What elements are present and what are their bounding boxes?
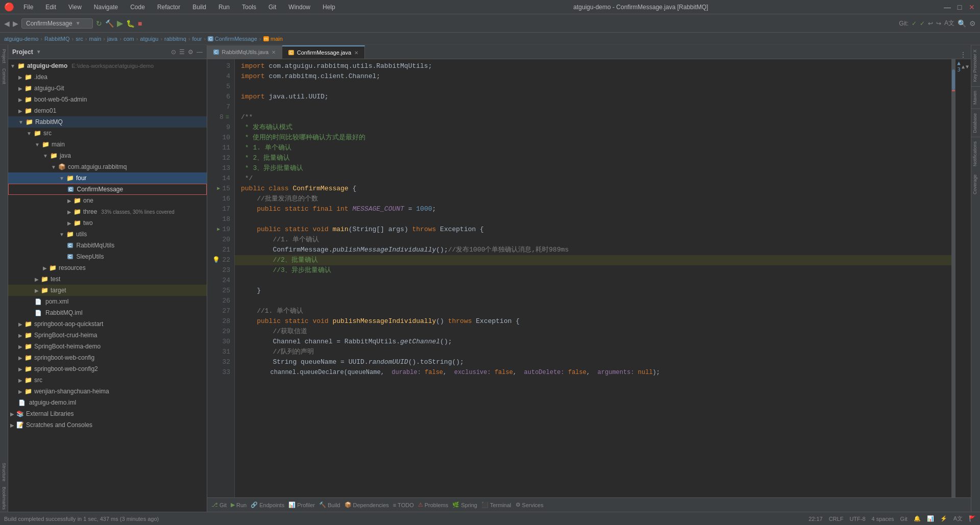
menu-run[interactable]: Run (215, 3, 233, 12)
tab-confirmmessage[interactable]: C ConfirmMessage.java ✕ (282, 45, 365, 59)
tree-confirm-message[interactable]: C ConfirmMessage (8, 184, 207, 195)
refresh-icon[interactable]: ↻ (96, 19, 102, 28)
tree-wenjian[interactable]: ▶ 📁 wenjian-shangchuan-heima (8, 386, 207, 397)
maven-tab[interactable]: Maven (971, 86, 980, 109)
tree-package[interactable]: ▼ 📦 com.atguigu.rabbitmq (8, 161, 207, 172)
code-content[interactable]: import com.atguigu.rabbitmq.utils.Rabbit… (235, 59, 951, 497)
structure-icon[interactable]: Structure (1, 461, 7, 484)
breadcrumb-rabbitmq2[interactable]: rabbitmq (164, 36, 186, 42)
tree-sleeputils[interactable]: C SleepUtils (8, 251, 207, 262)
run-icon[interactable]: ▶ (117, 18, 123, 28)
maximize-button[interactable]: □ (955, 3, 964, 11)
tree-four[interactable]: ▼ 📁 four (8, 172, 207, 184)
notifications-tab[interactable]: Notifications (971, 137, 980, 170)
spring-tab[interactable]: 🌿 Spring (452, 502, 477, 508)
tree-test[interactable]: ▶ 📁 test (8, 273, 207, 285)
bookmarks-icon[interactable]: Bookmarks (1, 485, 7, 512)
endpoints-tab[interactable]: 🔗 Endpoints (251, 502, 284, 508)
tree-idea[interactable]: ▶ 📁 .idea (8, 71, 207, 83)
breadcrumb-main[interactable]: main (89, 36, 102, 42)
tree-root[interactable]: ▼ 📁 atguigu-demo E:\idea-workspace\atgui… (8, 60, 207, 71)
git-undo-icon[interactable]: ↩ (928, 20, 933, 27)
tree-heima-demo[interactable]: ▶ 📁 SpringBoot-heima-demo (8, 341, 207, 352)
breadcrumb-rabbitmq[interactable]: RabbitMQ (44, 36, 70, 42)
commit-icon[interactable]: Commit (1, 66, 7, 86)
key-promoter-tab[interactable]: Key Promoter X (971, 45, 980, 86)
menu-edit[interactable]: Edit (42, 3, 59, 12)
tree-src2[interactable]: ▶ 📁 src (8, 374, 207, 386)
tree-atguigu-git[interactable]: ▶ 📁 atguigu-Git (8, 83, 207, 94)
tree-pom[interactable]: 📄 pom.xml (8, 296, 207, 307)
run-tab[interactable]: ▶ Run (231, 502, 247, 508)
tree-main[interactable]: ▼ 📁 main (8, 139, 207, 150)
minimize-button[interactable]: — (943, 3, 951, 11)
tree-crud[interactable]: ▶ 📁 SpringBoot-crud-heima (8, 330, 207, 341)
menu-view[interactable]: View (65, 3, 85, 12)
project-panel-icon[interactable]: Project (1, 47, 7, 65)
tree-web-config2[interactable]: ▶ 📁 springboot-web-config2 (8, 363, 207, 374)
menu-help[interactable]: Help (320, 3, 338, 12)
collapse-all-icon[interactable]: ☰ (179, 48, 185, 56)
scroll-thumb[interactable] (952, 69, 955, 90)
problems-tab[interactable]: ⚠ Problems (418, 502, 448, 508)
line-ending-indicator[interactable]: CRLF (829, 516, 844, 522)
tree-resources[interactable]: ▶ 📁 resources (8, 262, 207, 273)
terminal-tab[interactable]: ⬛ Terminal (481, 502, 511, 508)
indent-indicator[interactable]: 4 spaces (872, 516, 894, 522)
breadcrumb-com[interactable]: com (124, 36, 134, 42)
vcs-indicator[interactable]: Git (900, 516, 908, 522)
build-icon[interactable]: 🔨 (105, 19, 114, 28)
toolbar-forward[interactable]: ▶ (13, 19, 18, 28)
translate-icon[interactable]: A文 (944, 19, 954, 28)
run-config-dropdown[interactable]: ConfirmMessage ▼ (21, 18, 93, 29)
breadcrumb-java[interactable]: java (107, 36, 117, 42)
menu-build[interactable]: Build (189, 3, 209, 12)
tree-aop[interactable]: ▶ 📁 springboot-aop-quickstart (8, 318, 207, 330)
breadcrumb-main-method[interactable]: m main (263, 36, 283, 42)
gear-icon[interactable]: ⚙ (188, 48, 193, 56)
dependencies-tab[interactable]: 📦 Dependencies (345, 502, 389, 508)
scope-icon[interactable]: ⊙ (171, 48, 176, 56)
stop-icon[interactable]: ■ (138, 19, 142, 28)
tree-java[interactable]: ▼ 📁 java (8, 150, 207, 161)
menu-tools[interactable]: Tools (239, 3, 259, 12)
coverage-tab[interactable]: Coverage (971, 170, 980, 198)
database-tab[interactable]: Database (971, 109, 980, 137)
tree-src[interactable]: ▼ 📁 src (8, 128, 207, 139)
tree-demo-iml[interactable]: 📄 atguigu-demo.iml (8, 397, 207, 408)
tree-utils[interactable]: ▼ 📁 utils (8, 229, 207, 240)
close-button[interactable]: ✕ (968, 3, 976, 11)
tree-rabbitmq-iml[interactable]: 📄 RabbitMQ.iml (8, 307, 207, 318)
toolbar-back[interactable]: ◀ (4, 19, 10, 28)
tree-demo01[interactable]: ▶ 📁 demo01 (8, 105, 207, 116)
tree-rabbitmq[interactable]: ▼ 📁 RabbitMQ (8, 116, 207, 128)
tree-target[interactable]: ▶ 📁 target (8, 285, 207, 296)
tree-scratches[interactable]: ▶ 📝 Scratches and Consoles (8, 419, 207, 431)
editor-actions-icon[interactable]: ⋮ (955, 51, 971, 59)
git-push-icon[interactable]: ✓ (920, 20, 925, 27)
menu-navigate[interactable]: Navigate (91, 3, 121, 12)
tab-rabbitmqutils-close[interactable]: ✕ (272, 49, 276, 55)
tree-boot-web[interactable]: ▶ 📁 boot-web-05-admin (8, 94, 207, 105)
menu-git[interactable]: Git (265, 3, 279, 12)
menu-window[interactable]: Window (285, 3, 313, 12)
tree-three[interactable]: ▶ 📁 three 33% classes, 30% lines covered (8, 206, 207, 217)
breadcrumb-src[interactable]: src (76, 36, 83, 42)
git-redo-icon[interactable]: ↪ (936, 20, 941, 27)
editor-scrollbar[interactable] (951, 59, 955, 497)
profiler-tab[interactable]: 📊 Profiler (288, 502, 315, 508)
tree-two[interactable]: ▶ 📁 two (8, 217, 207, 229)
project-dropdown-icon[interactable]: ▼ (36, 49, 41, 55)
breadcrumb-atguigu[interactable]: atguigu (140, 36, 158, 42)
git-tab[interactable]: ⎇ Git (211, 502, 227, 508)
tree-rabbitmqutils[interactable]: C RabbitMqUtils (8, 240, 207, 251)
services-tab[interactable]: ⚙ Services (516, 502, 544, 508)
tab-rabbitmqutils[interactable]: C RabbitMqUtils.java ✕ (207, 45, 282, 59)
power-save-icon[interactable]: ⚡ (940, 515, 947, 522)
menu-refactor[interactable]: Refactor (154, 3, 183, 12)
tree-external-libs[interactable]: ▶ 📚 External Libraries (8, 408, 207, 419)
encoding-indicator[interactable]: UTF-8 (849, 516, 865, 522)
breadcrumb-confirm[interactable]: C ConfirmMessage (208, 36, 257, 42)
translate-bottom-icon[interactable]: A文 (953, 515, 963, 522)
menu-file[interactable]: File (20, 3, 36, 12)
